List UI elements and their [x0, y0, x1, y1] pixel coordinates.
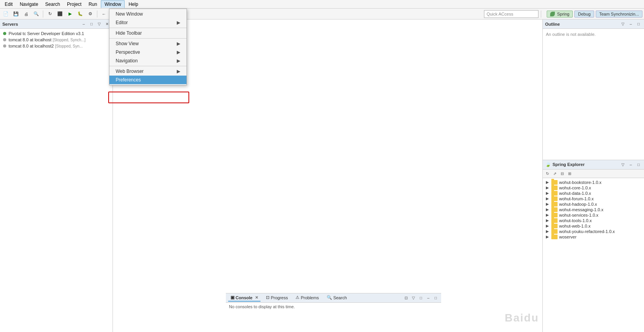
chevron-right-icon: ▶ [177, 41, 180, 46]
chevron-right-icon: ▶ [177, 58, 180, 64]
menu-separator [109, 28, 187, 28]
menu-item-hide-toolbar[interactable]: Hide Toolbar [109, 29, 187, 37]
menu-separator-2 [109, 38, 187, 39]
menu-item-preferences[interactable]: Preferences [109, 76, 187, 84]
menu-item-new-window[interactable]: New Window [109, 10, 187, 18]
menu-item-perspective[interactable]: Perspective ▶ [109, 48, 187, 57]
menu-item-editor[interactable]: Editor ▶ [109, 18, 187, 27]
dropdown-overlay: New Window Editor ▶ Hide Toolbar Show Vi… [0, 0, 644, 332]
chevron-right-icon: ▶ [177, 20, 180, 25]
menu-item-web-browser[interactable]: Web Browser ▶ [109, 67, 187, 76]
menu-item-navigation[interactable]: Navigation ▶ [109, 57, 187, 65]
menu-separator-3 [109, 66, 187, 66]
menu-item-show-view[interactable]: Show View ▶ [109, 39, 187, 48]
chevron-right-icon: ▶ [177, 49, 180, 55]
window-dropdown-menu: New Window Editor ▶ Hide Toolbar Show Vi… [109, 9, 187, 85]
chevron-right-icon: ▶ [177, 69, 180, 74]
